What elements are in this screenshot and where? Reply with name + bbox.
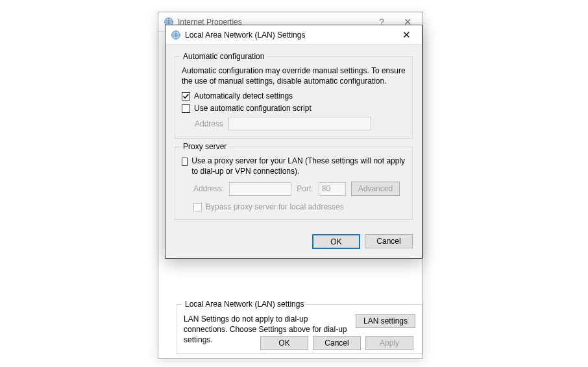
bypass-label: Bypass proxy server for local addresses <box>206 202 344 211</box>
proxy-server-group: Proxy server Use a proxy server for your… <box>175 147 413 220</box>
proxy-address-input[interactable] <box>229 182 291 196</box>
proxy-group-title: Proxy server <box>180 142 229 151</box>
auto-address-input[interactable] <box>228 117 371 130</box>
use-proxy-checkbox[interactable] <box>182 158 188 166</box>
globe-icon <box>171 30 181 40</box>
lan-group-title: Local Area Network (LAN) settings <box>182 300 306 309</box>
auto-group-title: Automatic configuration <box>180 52 267 61</box>
lan-dialog-title: Local Area Network (LAN) Settings <box>185 30 305 40</box>
auto-detect-checkbox[interactable] <box>182 92 190 101</box>
proxy-port-input[interactable] <box>319 182 346 196</box>
cancel-button[interactable]: Cancel <box>313 336 361 350</box>
apply-button[interactable]: Apply <box>365 336 413 350</box>
auto-script-checkbox[interactable] <box>182 104 190 113</box>
auto-detect-label: Automatically detect settings <box>194 91 293 101</box>
proxy-address-label: Address: <box>193 184 224 193</box>
lan-footer: OK Cancel <box>175 228 413 249</box>
auto-help-text: Automatic configuration may override man… <box>182 66 406 86</box>
auto-script-label: Use automatic configuration script <box>194 104 312 113</box>
close-icon[interactable]: ✕ <box>393 29 419 41</box>
lan-settings-dialog: Local Area Network (LAN) Settings ✕ Auto… <box>165 25 423 259</box>
bypass-checkbox[interactable] <box>193 203 202 211</box>
ok-button[interactable]: OK <box>312 234 360 249</box>
parent-footer: OK Cancel Apply <box>260 336 413 350</box>
proxy-port-label: Port: <box>297 184 313 193</box>
automatic-configuration-group: Automatic configuration Automatic config… <box>175 56 413 139</box>
auto-address-label: Address <box>195 119 223 128</box>
ok-button[interactable]: OK <box>260 336 308 350</box>
use-proxy-label: Use a proxy server for your LAN (These s… <box>191 156 406 176</box>
cancel-button[interactable]: Cancel <box>365 234 413 248</box>
lan-settings-button[interactable]: LAN settings <box>356 314 415 328</box>
lan-titlebar: Local Area Network (LAN) Settings ✕ <box>165 25 422 45</box>
advanced-button[interactable]: Advanced <box>351 182 400 196</box>
